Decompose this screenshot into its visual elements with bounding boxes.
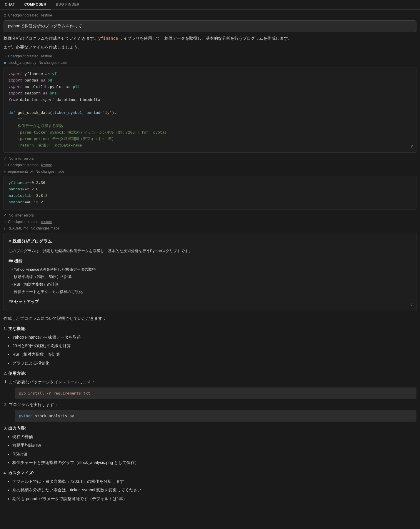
section-2-sub-2: プログラムを実行します： python stock_analysis.py <box>9 401 416 422</box>
cmd-python-keyword: python <box>19 414 33 418</box>
readme-filename: README.md <box>7 226 28 230</box>
check-icon-1: ✓ <box>4 156 7 161</box>
section-4-title: カスタマイズ: <box>8 470 34 475</box>
stock-no-changes: No changes made <box>39 61 67 65</box>
section-4-item-1: デフォルトではトヨタ自動車（7203.T）の株価を分析します <box>12 478 416 485</box>
code-line-doc4: :param period: データ取得期間（デフォルト：1年） <box>9 136 411 142</box>
checkpoint-text-2: Checkpoint created. <box>8 54 39 58</box>
req-line-2: pandas==2.2.0 <box>9 186 411 193</box>
readme-h2-2: ## セットアップ <box>9 298 411 305</box>
intro-paragraph: 株価分析のプログラムを作成させていただきます。yfinance ライブラリを使用… <box>4 35 416 41</box>
code-line-doc1: """ <box>9 116 411 123</box>
cmd-pip: pip install -r requirements.txt <box>19 391 90 395</box>
req-line-4: seaborn==0.13.2 <box>9 199 411 206</box>
section-4-item-2-text: 別の銘柄を分析したい場合は、ticker_symbol 変数を変更してください <box>12 488 141 492</box>
intro-line1b: ライブラリを使用して、株価データを取得し、基本的な分析を行うプログラムを作成しま… <box>118 36 292 41</box>
code-line-doc5: :return: 株価データのDataFrame <box>9 142 411 149</box>
code-line-doc3: :param ticker_symbol: 株式のティッカーシンボル（例：720… <box>9 129 411 136</box>
intro-line1: 株価分析のプログラムを作成させていただきます。 <box>4 36 98 41</box>
code-line-1: import yfinance as yf <box>9 71 411 77</box>
section-1-num: 1. <box>4 326 8 331</box>
linter-ok-2: ✓ No linter errors <box>4 212 416 219</box>
checkpoint-text-1: Checkpoint created. <box>8 13 39 17</box>
stock-file-header: ◆ stock_analysis.py No changes made <box>4 59 416 66</box>
yfinance-lib-mention: yfinance <box>98 36 118 41</box>
linter-text-2: No linter errors <box>9 213 34 217</box>
code-line-def: def get_stock_data(ticker_symbol, period… <box>9 110 411 116</box>
section-1-item-4: グラフによる視覚化 <box>12 360 416 367</box>
section-1-item-2: 20日と50日の移動平均線を計算 <box>12 342 416 350</box>
checkpoint-4: ⊡ Checkpoint created. restore <box>4 219 416 225</box>
checkpoint-icon-2: ⊡ <box>4 54 6 58</box>
section-3-item-4: 株価チャートと技術指標のグラフ（stock_analysis.png として保存… <box>12 459 416 466</box>
stock-code-block: import yfinance as yf import pandas as p… <box>4 67 416 153</box>
checkpoint-3: ⊡ Checkpoint created. restore <box>4 162 416 168</box>
restore-link-3[interactable]: restore <box>41 163 52 167</box>
checkpoint-icon-4: ⊡ <box>4 220 6 224</box>
checkpoint-text-4: Checkpoint created. <box>8 220 39 224</box>
readme-expand-btn[interactable]: ∨ <box>410 301 413 309</box>
linter-text-1: No linter errors <box>9 156 34 161</box>
section-2-title: 使用方法: <box>8 371 26 376</box>
tab-bar: CHAT COMPOSER BUG FINDER <box>0 0 420 10</box>
py-file-icon: ◆ <box>4 61 6 65</box>
req-line-3: matplotlib==3.8.2 <box>9 193 411 199</box>
readme-p1: このプログラムは、指定した銘柄の株価データを取得し、基本的な技術分析を行うPyt… <box>9 247 411 254</box>
code-line-3: import matplotlib.pyplot as plt <box>9 84 411 90</box>
summary-section-3: 3. 出力内容: 現在の株価 移動平均線の値 RSIの値 株価チャートと技術指標… <box>4 425 416 466</box>
restore-link-4[interactable]: restore <box>41 220 52 224</box>
md-file-icon: ℹ <box>4 226 5 230</box>
linter-ok-1: ✓ No linter errors <box>4 155 416 162</box>
req-no-changes: No changes made <box>36 169 64 174</box>
section-3-item-3: RSIの値 <box>12 450 416 458</box>
section-2-sublist: まず必要なパッケージをインストールします： pip install -r req… <box>4 378 416 422</box>
readme-feature-2: 移動平均線（20日、50日）の計算 <box>9 273 411 280</box>
prompt-box: pythonで株価分析のプログラムを作って <box>4 20 416 32</box>
code-expand-btn-1[interactable]: ∨ <box>410 143 413 151</box>
readme-features: Yahoo Finance APIを使用した株価データの取得 移動平均線（20日… <box>9 266 411 295</box>
section-2-num: 2. <box>4 371 8 376</box>
code-line-4: import seaborn as sns <box>9 90 411 97</box>
checkpoint-2: ⊡ Checkpoint created. restore <box>4 53 416 59</box>
check-icon-2: ✓ <box>4 213 7 217</box>
readme-no-changes: No changes made <box>31 226 59 230</box>
tab-chat[interactable]: CHAT <box>0 0 20 9</box>
checkpoint-icon-1: ⊡ <box>4 14 6 17</box>
code-line-2: import pandas as pd <box>9 77 411 84</box>
readme-file-header: ℹ README.md No changes made <box>4 225 416 232</box>
section-1-title: 主な機能: <box>8 326 26 331</box>
stock-filename: stock_analysis.py <box>9 61 36 65</box>
section-3-title: 出力内容: <box>8 426 26 430</box>
section-3-item-1: 現在の株価 <box>12 433 416 440</box>
section-4-list: デフォルトではトヨタ自動車（7203.T）の株価を分析します 別の銘柄を分析した… <box>4 478 416 503</box>
section-1-item-1: Yahoo Financeから株価データを取得 <box>12 334 416 341</box>
tab-composer[interactable]: COMPOSER <box>20 0 51 9</box>
readme-h1: # 株価分析プログラム <box>9 237 411 245</box>
tab-bug-finder[interactable]: BUG FINDER <box>51 0 84 9</box>
checkpoint-1: ⊡ Checkpoint created. restore <box>4 12 416 19</box>
summary-section-4: 4. カスタマイズ: デフォルトではトヨタ自動車（7203.T）の株価を分析しま… <box>4 469 416 503</box>
section-3-num: 3. <box>4 426 8 430</box>
readme-feature-3: RSI（相対力指数）の計算 <box>9 281 411 288</box>
txt-file-icon: ≡ <box>4 169 6 174</box>
section-1-list: Yahoo Financeから株価データを取得 20日と50日の移動平均線を計算… <box>4 334 416 367</box>
readme-code-block: # 株価分析プログラム このプログラムは、指定した銘柄の株価データを取得し、基本… <box>4 233 416 311</box>
section-3-list: 現在の株価 移動平均線の値 RSIの値 株価チャートと技術指標のグラフ（stoc… <box>4 433 416 466</box>
req-code-block: yfinance==0.2.36 pandas==2.2.0 matplotli… <box>4 176 416 209</box>
readme-feature-1: Yahoo Finance APIを使用した株価データの取得 <box>9 266 411 273</box>
summary-intro: 作成したプログラムについて説明させていただきます： <box>4 315 416 322</box>
readme-feature-4: 株価チャートとテクニカル指標の可視化 <box>9 288 411 295</box>
restore-link-2[interactable]: restore <box>41 54 52 58</box>
section-1-item-3: RSI（相対力指数）を計算 <box>12 351 416 358</box>
code-line-5: from datetime import datetime, timedelta <box>9 97 411 103</box>
cmd-python-file: stock_analysis.py <box>35 414 74 418</box>
restore-link-1[interactable]: restore <box>41 13 52 17</box>
section-4-num: 4. <box>4 470 8 475</box>
section-4-item-3: 期間も period パラメータで調整可能です（デフォルトは1年） <box>12 495 416 503</box>
code-line-doc2: 株価データを取得する関数 <box>9 123 411 129</box>
summary-section-2: 2. 使用方法: まず必要なパッケージをインストールします： pip insta… <box>4 370 416 422</box>
main-content: ⊡ Checkpoint created. restore pythonで株価分… <box>0 10 420 506</box>
command-python: python stock_analysis.py <box>15 410 416 422</box>
readme-h2-1: ## 機能 <box>9 257 411 265</box>
section-2-sub-1: まず必要なパッケージをインストールします： pip install -r req… <box>9 378 416 399</box>
